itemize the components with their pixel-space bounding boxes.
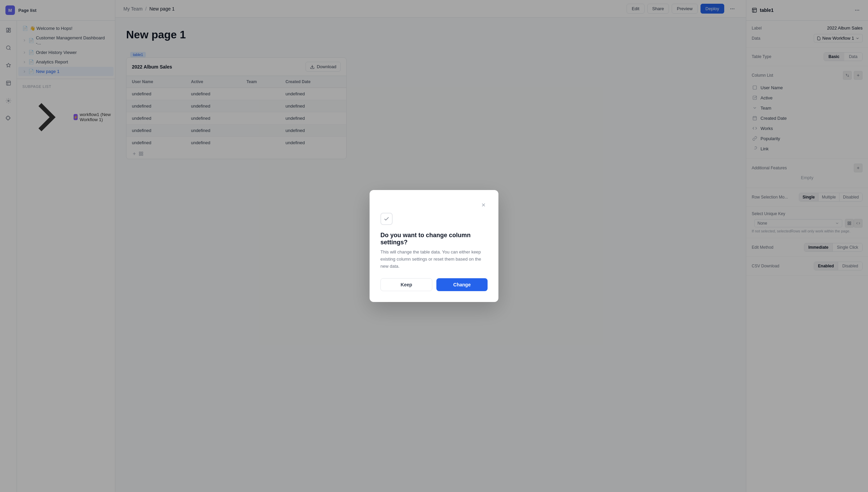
- modal-title: Do you want to change column settings?: [380, 232, 488, 246]
- modal-inner: Do you want to change column settings? T…: [380, 201, 488, 291]
- modal-change-button[interactable]: Change: [436, 278, 488, 291]
- modal-close-wrapper: [380, 201, 488, 210]
- modal-dialog: Do you want to change column settings? T…: [370, 190, 498, 302]
- modal-keep-button[interactable]: Keep: [380, 278, 432, 291]
- modal-close-button[interactable]: [479, 201, 488, 210]
- modal-actions: Keep Change: [380, 278, 488, 291]
- modal-overlay: Do you want to change column settings? T…: [0, 0, 868, 492]
- modal-description: This will change the table data. You can…: [380, 249, 488, 270]
- modal-check-icon: [380, 213, 393, 225]
